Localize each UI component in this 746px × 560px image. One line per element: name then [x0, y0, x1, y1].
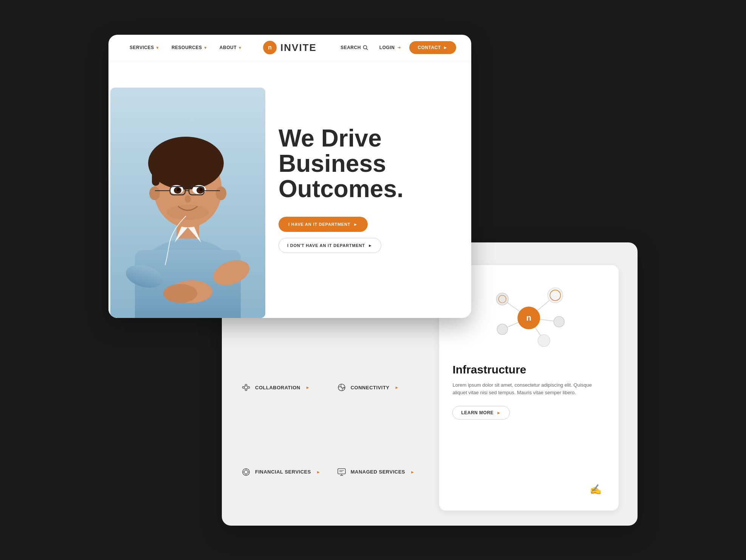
- login-label: LOGIN: [379, 45, 395, 50]
- logo-icon: n: [263, 41, 277, 54]
- svg-point-37: [497, 324, 508, 335]
- financial-icon: [241, 467, 251, 477]
- svg-point-60: [200, 188, 203, 191]
- svg-point-35: [554, 316, 565, 327]
- svg-point-53: [149, 187, 160, 200]
- svg-point-67: [167, 205, 209, 220]
- financial-arrow: ►: [316, 470, 320, 474]
- cursor-icon: ✍: [590, 484, 602, 495]
- learn-more-label: LEARN MORE: [461, 410, 494, 415]
- contact-arrow: ►: [443, 45, 448, 50]
- svg-point-36: [538, 335, 550, 347]
- search-icon: [363, 45, 368, 50]
- no-it-dept-label: I DON'T HAVE AN IT DEPARTMENT: [287, 243, 365, 248]
- logo[interactable]: n INVITE: [263, 41, 317, 54]
- about-chevron: ▼: [238, 46, 242, 50]
- svg-point-42: [363, 46, 367, 49]
- connectivity-icon: [336, 382, 347, 393]
- logo-text: INVITE: [280, 42, 317, 54]
- nav-search[interactable]: SEARCH: [337, 45, 372, 50]
- collaboration-arrow: ►: [306, 385, 310, 390]
- svg-point-33: [497, 293, 509, 305]
- no-it-dept-arrow: ►: [368, 243, 373, 248]
- managed-icon: [336, 467, 347, 477]
- infra-title: Infrastructure: [452, 363, 605, 376]
- svg-point-7: [243, 387, 245, 389]
- it-dept-arrow: ►: [353, 222, 358, 227]
- navbar: SERVICES ▼ RESOURCES ▼ ABOUT ▼ n INVITE: [108, 35, 471, 61]
- svg-point-16: [343, 387, 344, 388]
- svg-line-14: [245, 388, 245, 389]
- connectivity-label: CONNECTIVITY: [351, 385, 390, 390]
- nav-login[interactable]: LOGIN: [376, 45, 406, 50]
- svg-point-59: [177, 188, 180, 191]
- headline-line1: We Drive: [279, 125, 382, 152]
- it-dept-label: I HAVE AN IT DEPARTMENT: [288, 222, 350, 227]
- svg-point-66: [185, 195, 191, 203]
- svg-point-9: [248, 387, 250, 389]
- about-label: ABOUT: [220, 45, 237, 50]
- collaboration-icon: [241, 382, 251, 393]
- logo-letter: n: [268, 44, 272, 51]
- it-department-button[interactable]: I HAVE AN IT DEPARTMENT ►: [279, 217, 368, 232]
- headline-line2: Business: [279, 150, 386, 177]
- service-connectivity[interactable]: CONNECTIVITY ►: [336, 349, 424, 426]
- resources-chevron: ▼: [203, 46, 207, 50]
- managed-label: MANAGED SERVICES: [351, 469, 405, 475]
- no-it-department-button[interactable]: I DON'T HAVE AN IT DEPARTMENT ►: [279, 238, 381, 253]
- service-collaboration[interactable]: COLLABORATION ►: [241, 349, 329, 426]
- hero-content: We Drive Business Outcomes. I HAVE AN IT…: [267, 61, 471, 318]
- svg-rect-23: [338, 469, 345, 474]
- service-financial[interactable]: FINANCIAL SERVICES ►: [241, 433, 329, 510]
- resources-label: RESOURCES: [172, 45, 202, 50]
- svg-point-10: [245, 389, 247, 391]
- svg-line-13: [247, 388, 248, 389]
- svg-point-54: [216, 187, 226, 200]
- infra-desc: Lorem ipsum dolor sit amet, consectetur …: [452, 381, 605, 397]
- svg-rect-52: [152, 163, 159, 186]
- svg-line-11: [245, 386, 245, 387]
- search-label: SEARCH: [340, 45, 361, 50]
- learn-more-button[interactable]: LEARN MORE ►: [452, 406, 509, 420]
- svg-line-12: [247, 386, 248, 387]
- login-icon: [396, 45, 402, 50]
- headline-line3: Outcomes.: [279, 175, 404, 202]
- svg-text:n: n: [526, 313, 531, 322]
- person-illustration: [110, 88, 265, 318]
- nav-resources[interactable]: RESOURCES ▼: [166, 45, 214, 50]
- contact-label: CONTACT: [418, 45, 441, 50]
- front-card: SERVICES ▼ RESOURCES ▼ ABOUT ▼ n INVITE: [108, 35, 471, 318]
- hero-image-area: [108, 61, 267, 318]
- nav-right: SEARCH LOGIN CONTACT ►: [337, 41, 456, 54]
- svg-point-8: [245, 384, 247, 386]
- svg-point-18: [244, 470, 248, 474]
- service-managed[interactable]: MANAGED SERVICES ►: [336, 433, 424, 510]
- nav-services[interactable]: SERVICES ▼: [124, 45, 166, 50]
- nav-about[interactable]: ABOUT ▼: [214, 45, 248, 50]
- learn-more-arrow: ►: [497, 410, 501, 415]
- hero-buttons: I HAVE AN IT DEPARTMENT ► I DON'T HAVE A…: [279, 217, 452, 253]
- svg-point-71: [163, 284, 197, 303]
- managed-arrow: ►: [410, 470, 415, 474]
- services-label: SERVICES: [130, 45, 154, 50]
- svg-line-43: [366, 49, 368, 50]
- hero-section: We Drive Business Outcomes. I HAVE AN IT…: [108, 61, 471, 318]
- contact-button[interactable]: CONTACT ►: [409, 41, 456, 54]
- services-chevron: ▼: [155, 46, 159, 50]
- hero-headline: We Drive Business Outcomes.: [279, 126, 452, 202]
- network-diagram: n: [452, 280, 605, 356]
- connectivity-arrow: ►: [395, 385, 399, 390]
- collaboration-label: COLLABORATION: [255, 385, 300, 390]
- financial-label: FINANCIAL SERVICES: [255, 469, 311, 475]
